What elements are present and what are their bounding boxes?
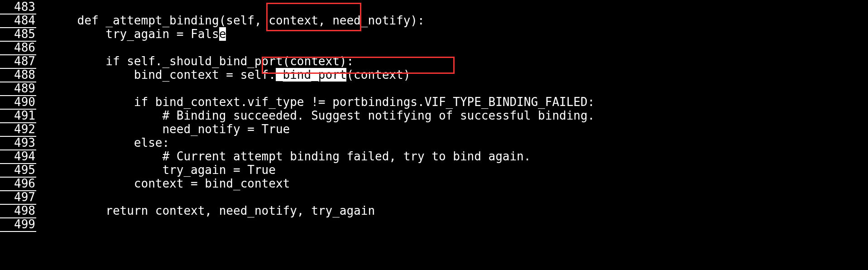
line-number: 492 bbox=[0, 122, 36, 137]
line-number: 498 bbox=[0, 204, 36, 218]
line-number: 490 bbox=[0, 95, 36, 110]
code-line[interactable]: 489 bbox=[0, 82, 868, 95]
line-number: 487 bbox=[0, 54, 36, 69]
line-number: 493 bbox=[0, 136, 36, 150]
code-line[interactable]: 496 context = bind_context bbox=[0, 177, 868, 190]
code-editor[interactable]: 483484 def _attempt_binding(self, contex… bbox=[0, 0, 868, 231]
code-line[interactable]: 491 # Binding succeeded. Suggest notifyi… bbox=[0, 109, 868, 122]
line-number: 489 bbox=[0, 82, 36, 96]
code-text: need_notify = True bbox=[49, 122, 290, 136]
code-line[interactable]: 487 if self._should_bind_port(context): bbox=[0, 54, 868, 68]
code-text: return context, need_notify, try_again bbox=[49, 204, 375, 217]
line-number: 484 bbox=[0, 14, 36, 28]
code-line[interactable]: 486 bbox=[0, 41, 868, 54]
code-text: try_again = False bbox=[49, 27, 226, 41]
line-number: 495 bbox=[0, 163, 36, 178]
line-number: 483 bbox=[0, 0, 36, 14]
code-segment: try_again = Fals bbox=[49, 27, 219, 41]
code-line[interactable]: 499 bbox=[0, 217, 868, 231]
code-segment: need_notify = True bbox=[49, 122, 290, 136]
line-number: 491 bbox=[0, 109, 36, 123]
code-segment: (context) bbox=[346, 68, 410, 82]
code-line[interactable]: 484 def _attempt_binding(self, context, … bbox=[0, 14, 868, 27]
code-text: context = bind_context bbox=[49, 177, 290, 190]
code-segment: try_again = True bbox=[49, 163, 276, 177]
code-segment: context = bind_context bbox=[49, 177, 290, 190]
code-text: bind_context = self._bind_port(context) bbox=[49, 68, 410, 82]
code-line[interactable]: 497 bbox=[0, 190, 868, 204]
code-line[interactable]: 490 if bind_context.vif_type != portbind… bbox=[0, 95, 868, 109]
code-segment: else: bbox=[49, 136, 169, 149]
code-segment: bind_context = self. bbox=[49, 68, 276, 82]
code-line[interactable]: 494 # Current attempt binding failed, tr… bbox=[0, 149, 868, 163]
code-segment: # Binding succeeded. Suggest notifying o… bbox=[49, 109, 595, 122]
code-segment: # Current attempt binding failed, try to… bbox=[49, 149, 531, 163]
code-segment: if bind_context.vif_type != portbindings… bbox=[49, 95, 595, 109]
code-line[interactable]: 495 try_again = True bbox=[0, 163, 868, 177]
line-number: 497 bbox=[0, 190, 36, 205]
code-text: else: bbox=[49, 136, 169, 149]
line-number: 485 bbox=[0, 27, 36, 42]
code-text: # Current attempt binding failed, try to… bbox=[49, 149, 531, 163]
code-text: if self._should_bind_port(context): bbox=[49, 54, 354, 68]
code-text: try_again = True bbox=[49, 163, 276, 177]
code-lines: 483484 def _attempt_binding(self, contex… bbox=[0, 0, 868, 231]
code-text: if bind_context.vif_type != portbindings… bbox=[49, 95, 595, 109]
code-line[interactable]: 493 else: bbox=[0, 136, 868, 149]
code-segment: def _attempt_binding(self, context, need… bbox=[49, 14, 425, 27]
code-line[interactable]: 485 try_again = False bbox=[0, 27, 868, 41]
code-line[interactable]: 483 bbox=[0, 0, 868, 14]
line-number: 488 bbox=[0, 68, 36, 82]
code-text: # Binding succeeded. Suggest notifying o… bbox=[49, 109, 595, 122]
code-line[interactable]: 488 bind_context = self._bind_port(conte… bbox=[0, 68, 868, 82]
code-segment: if self._should_bind_port(context): bbox=[49, 54, 354, 68]
line-number: 486 bbox=[0, 41, 36, 55]
code-highlight-segment: _bind_port bbox=[276, 68, 347, 82]
code-highlight-segment: e bbox=[219, 27, 226, 41]
line-number: 494 bbox=[0, 149, 36, 164]
line-number: 496 bbox=[0, 177, 36, 191]
code-segment: return context, need_notify, try_again bbox=[49, 204, 375, 217]
code-line[interactable]: 498 return context, need_notify, try_aga… bbox=[0, 204, 868, 217]
line-number: 499 bbox=[0, 217, 36, 232]
code-text: def _attempt_binding(self, context, need… bbox=[49, 14, 425, 27]
code-line[interactable]: 492 need_notify = True bbox=[0, 122, 868, 136]
